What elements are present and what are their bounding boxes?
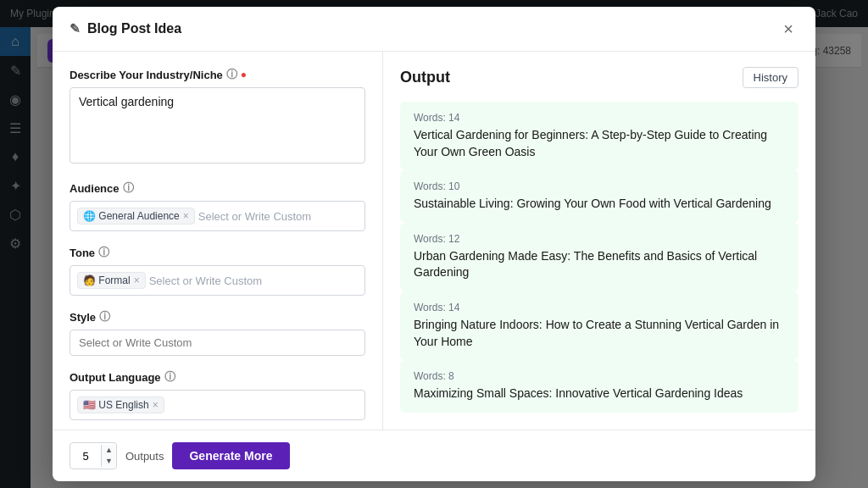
industry-help-icon[interactable]: ⓘ [226, 67, 237, 82]
right-panel-header: Output History [400, 67, 798, 88]
tone-input-wrapper[interactable]: 🧑 Formal × Select or Write Custom [70, 265, 365, 296]
style-field: Style ⓘ [70, 309, 365, 356]
audience-help-icon[interactable]: ⓘ [123, 180, 134, 196]
output-card-3: Words: 12 Urban Gardening Made Easy: The… [400, 223, 798, 291]
output-card-text-2: Sustainable Living: Growing Your Own Foo… [414, 196, 785, 213]
audience-tag-remove[interactable]: × [183, 211, 189, 221]
left-panel: Describe Your Industry/Niche ⓘ ● Vertica… [53, 52, 383, 430]
output-language-label: Output Language ⓘ [70, 369, 365, 385]
audience-placeholder: Select or Write Custom [198, 210, 311, 223]
modal-header: ✎ Blog Post Idea × [53, 7, 815, 52]
output-language-help-icon[interactable]: ⓘ [164, 369, 175, 385]
audience-tag: 🌐 General Audience × [77, 208, 195, 225]
output-card-text-3: Urban Gardening Made Easy: The Benefits … [414, 248, 785, 281]
modal-title: ✎ Blog Post Idea [70, 21, 181, 36]
output-card-words-3: Words: 12 [414, 233, 785, 245]
output-card-2: Words: 10 Sustainable Living: Growing Yo… [400, 170, 798, 223]
output-card-text-5: Maximizing Small Spaces: Innovative Vert… [414, 385, 785, 402]
tone-help-icon[interactable]: ⓘ [98, 245, 109, 260]
right-panel: Output History Words: 14 Vertical Garden… [383, 52, 815, 430]
industry-label: Describe Your Industry/Niche ⓘ ● [70, 67, 365, 82]
audience-label: Audience ⓘ [70, 180, 365, 196]
modal-overlay: ✎ Blog Post Idea × Describe Your Industr… [0, 0, 868, 488]
output-language-field: Output Language ⓘ 🇺🇸 US English × [70, 369, 365, 420]
audience-field: Audience ⓘ 🌐 General Audience × Select o… [70, 180, 365, 231]
generate-more-button[interactable]: Generate More [172, 442, 289, 469]
style-label: Style ⓘ [70, 309, 365, 324]
output-card-words-5: Words: 8 [414, 370, 785, 382]
output-cards-container: Words: 14 Vertical Gardening for Beginne… [400, 102, 798, 413]
style-input[interactable] [70, 330, 365, 356]
output-language-tag: 🇺🇸 US English × [77, 396, 164, 413]
modal-close-button[interactable]: × [778, 19, 798, 39]
output-language-tag-remove[interactable]: × [153, 400, 159, 410]
modal-title-icon: ✎ [70, 21, 81, 36]
output-card-words-2: Words: 10 [414, 180, 785, 192]
output-card-4: Words: 14 Bringing Nature Indoors: How t… [400, 291, 798, 360]
style-help-icon[interactable]: ⓘ [99, 309, 110, 324]
industry-field: Describe Your Industry/Niche ⓘ ● Vertica… [70, 67, 365, 167]
tone-field: Tone ⓘ 🧑 Formal × Select or Write Custom [70, 245, 365, 296]
blog-post-idea-modal: ✎ Blog Post Idea × Describe Your Industr… [53, 7, 815, 481]
output-title: Output [400, 69, 450, 86]
modal-title-text: Blog Post Idea [87, 21, 181, 36]
output-card-words-4: Words: 14 [414, 302, 785, 313]
bottom-controls: 5 ▲ ▼ Outputs Generate More [53, 430, 815, 481]
output-language-input-wrapper[interactable]: 🇺🇸 US English × [70, 390, 365, 420]
outputs-label: Outputs [125, 450, 164, 463]
outputs-stepper[interactable]: 5 ▲ ▼ [70, 442, 117, 469]
outputs-stepper-input[interactable]: 5 [70, 450, 101, 463]
stepper-up-button[interactable]: ▲ [102, 445, 116, 456]
output-card-words-1: Words: 14 [414, 112, 785, 124]
modal-body: Describe Your Industry/Niche ⓘ ● Vertica… [53, 52, 815, 430]
tone-tag-remove[interactable]: × [134, 275, 140, 286]
audience-input-wrapper[interactable]: 🌐 General Audience × Select or Write Cus… [70, 201, 365, 231]
tone-label: Tone ⓘ [70, 245, 365, 260]
output-card-text-4: Bringing Nature Indoors: How to Create a… [414, 317, 785, 350]
output-card-5: Words: 8 Maximizing Small Spaces: Innova… [400, 360, 798, 413]
tone-tag: 🧑 Formal × [77, 272, 146, 289]
history-button[interactable]: History [743, 67, 798, 88]
tone-placeholder: Select or Write Custom [149, 274, 262, 287]
stepper-down-button[interactable]: ▼ [102, 456, 116, 467]
stepper-arrows: ▲ ▼ [101, 445, 116, 467]
output-card-text-1: Vertical Gardening for Beginners: A Step… [414, 127, 785, 160]
industry-textarea[interactable]: Vertical gardening [70, 87, 365, 164]
industry-required: ● [241, 69, 247, 80]
output-card-1: Words: 14 Vertical Gardening for Beginne… [400, 102, 798, 170]
